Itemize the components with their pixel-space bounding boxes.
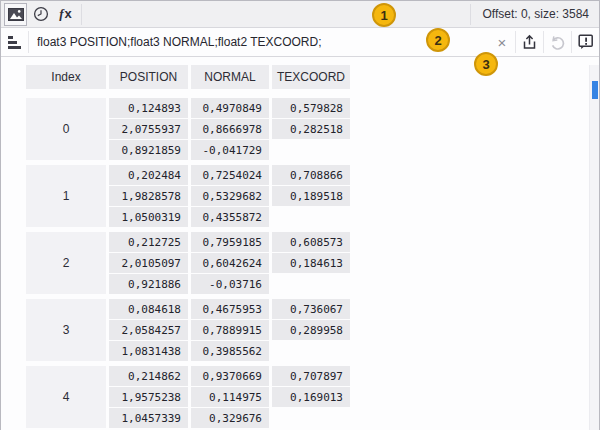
value-cell[interactable]: -0,03716 [191, 274, 269, 294]
annotation-badge-3: 3 [474, 52, 498, 76]
value-cell[interactable]: 0,4355872 [191, 207, 269, 227]
tooltip-help-icon [578, 34, 594, 50]
export-button[interactable] [516, 28, 543, 56]
value-cell[interactable]: 0,184613 [272, 253, 350, 273]
column-position: 0,2148621,95752381,0457339 [109, 366, 188, 428]
index-cell[interactable]: 4 [26, 366, 106, 428]
format-bar: × [1, 28, 599, 57]
column-texcoord: 0,7078970,169013 [272, 366, 350, 428]
value-cell[interactable]: 0,189518 [272, 186, 350, 206]
buffer-rows: 00,1248932,07559370,89218590,49708490,86… [1, 98, 599, 428]
image-view-button[interactable] [4, 3, 27, 26]
value-cell[interactable]: 0,6042624 [191, 253, 269, 273]
table-row: 20,2127252,01050970,9218860,79591850,604… [26, 232, 599, 294]
column-texcoord: 0,5798280,282518 [272, 98, 350, 160]
row-offset-icon [8, 36, 22, 49]
offset-size-status: Offset: 0, size: 3584 [474, 7, 597, 21]
value-cell[interactable]: 0,214862 [109, 366, 188, 386]
value-cell[interactable]: 0,8666978 [191, 119, 269, 139]
value-cell[interactable]: 0,212725 [109, 232, 188, 252]
annotation-badge-2: 2 [426, 28, 450, 52]
index-cell[interactable]: 0 [26, 98, 106, 160]
value-cell[interactable]: 0,124893 [109, 98, 188, 118]
empty-cell [272, 140, 350, 160]
column-header-normal[interactable]: NORMAL [191, 65, 269, 89]
value-cell[interactable]: 0,7889915 [191, 320, 269, 340]
image-icon [8, 8, 24, 21]
column-normal: 0,72540240,53296820,4355872 [191, 165, 269, 227]
buffer-viewer-window: fx Offset: 0, size: 3584 × [0, 0, 600, 430]
value-cell[interactable]: 0,289958 [272, 320, 350, 340]
value-cell[interactable]: 0,579828 [272, 98, 350, 118]
toolbar: fx Offset: 0, size: 3584 [1, 1, 599, 28]
value-cell[interactable]: 0,707897 [272, 366, 350, 386]
value-cell[interactable]: 0,4675953 [191, 299, 269, 319]
column-position: 0,2127252,01050970,921886 [109, 232, 188, 294]
value-cell[interactable]: 0,084618 [109, 299, 188, 319]
buffer-format-input[interactable] [29, 29, 489, 55]
clock-icon [33, 6, 49, 22]
value-cell[interactable]: 0,7254024 [191, 165, 269, 185]
value-cell[interactable]: 0,3985562 [191, 341, 269, 361]
value-cell[interactable]: 0,708866 [272, 165, 350, 185]
value-cell[interactable]: 2,0584257 [109, 320, 188, 340]
buffer-data-panel: Index POSITION NORMAL TEXCOORD 00,124893… [1, 65, 599, 430]
value-cell[interactable]: 0,5329682 [191, 186, 269, 206]
column-texcoord: 0,7360670,289958 [272, 299, 350, 361]
column-header-index[interactable]: Index [26, 65, 106, 89]
toolbar-separator-right [470, 4, 471, 25]
table-row: 10,2024841,98285781,05003190,72540240,53… [26, 165, 599, 227]
index-cell[interactable]: 3 [26, 299, 106, 361]
column-position: 0,2024841,98285781,0500319 [109, 165, 188, 227]
history-button[interactable] [29, 3, 52, 26]
value-cell[interactable]: 2,0755937 [109, 119, 188, 139]
value-cell[interactable]: 0,9370669 [191, 366, 269, 386]
row-offset-button[interactable] [1, 28, 28, 56]
column-normal: 0,93706690,1149750,329676 [191, 366, 269, 428]
table-row: 40,2148621,95752381,04573390,93706690,11… [26, 366, 599, 428]
help-button[interactable] [572, 28, 599, 56]
value-cell[interactable]: 1,0500319 [109, 207, 188, 227]
empty-cell [272, 341, 350, 361]
value-cell[interactable]: 0,736067 [272, 299, 350, 319]
value-cell[interactable]: 1,9828578 [109, 186, 188, 206]
table-row: 30,0846182,05842571,08314380,46759530,78… [26, 299, 599, 361]
column-normal: 0,46759530,78899150,3985562 [191, 299, 269, 361]
value-cell[interactable]: 0,329676 [191, 408, 269, 428]
column-header-texcoord[interactable]: TEXCOORD [272, 65, 350, 89]
clear-format-button[interactable]: × [489, 28, 515, 56]
table-header-row: Index POSITION NORMAL TEXCOORD [26, 65, 599, 89]
value-cell[interactable]: 0,282518 [272, 119, 350, 139]
table-row: 00,1248932,07559370,89218590,49708490,86… [26, 98, 599, 160]
value-cell[interactable]: 1,0831438 [109, 341, 188, 361]
undo-icon [550, 35, 566, 50]
value-cell[interactable]: 0,921886 [109, 274, 188, 294]
scrollbar-thumb[interactable] [592, 81, 598, 99]
column-position: 0,0846182,05842571,0831438 [109, 299, 188, 361]
value-cell[interactable]: -0,041729 [191, 140, 269, 160]
value-cell[interactable]: 0,114975 [191, 387, 269, 407]
empty-cell [272, 207, 350, 227]
value-cell[interactable]: 0,202484 [109, 165, 188, 185]
column-header-position[interactable]: POSITION [109, 65, 188, 89]
value-cell[interactable]: 0,4970849 [191, 98, 269, 118]
empty-cell [272, 408, 350, 428]
value-cell[interactable]: 0,8921859 [109, 140, 188, 160]
index-cell[interactable]: 1 [26, 165, 106, 227]
annotation-badge-1: 1 [372, 3, 396, 27]
undo-button[interactable] [544, 28, 571, 56]
toolbar-separator [81, 4, 82, 25]
value-cell[interactable]: 1,9575238 [109, 387, 188, 407]
value-cell[interactable]: 2,0105097 [109, 253, 188, 273]
value-cell[interactable]: 0,169013 [272, 387, 350, 407]
index-cell[interactable]: 2 [26, 232, 106, 294]
function-button[interactable]: fx [54, 3, 77, 26]
column-position: 0,1248932,07559370,8921859 [109, 98, 188, 160]
column-normal: 0,79591850,6042624-0,03716 [191, 232, 269, 294]
value-cell[interactable]: 0,7959185 [191, 232, 269, 252]
fx-icon: fx [59, 6, 72, 22]
export-icon [521, 34, 538, 51]
value-cell[interactable]: 0,608573 [272, 232, 350, 252]
value-cell[interactable]: 1,0457339 [109, 408, 188, 428]
vertical-scrollbar[interactable] [589, 65, 599, 430]
